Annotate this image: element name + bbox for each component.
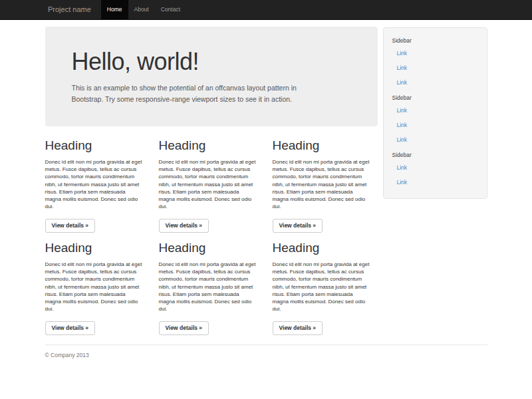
card-heading: Heading [159, 241, 264, 255]
sidebar-link[interactable]: Link [384, 103, 487, 118]
view-details-button[interactable]: View details » [45, 219, 96, 233]
card-body: Donec id elit non mi porta gravida at eg… [159, 261, 264, 313]
card-body: Donec id elit non mi porta gravida at eg… [159, 158, 264, 210]
navbar: Project name Home About Contact [0, 0, 532, 20]
nav-item-about[interactable]: About [128, 0, 155, 19]
page-container: Hello, world! This is an example to show… [45, 20, 487, 358]
view-details-button[interactable]: View details » [273, 321, 323, 335]
sidebar-link[interactable]: Link [384, 175, 487, 190]
jumbotron-description: This is an example to show the potential… [72, 82, 338, 104]
sidebar-link[interactable]: Link [384, 132, 487, 147]
view-details-button[interactable]: View details » [159, 219, 209, 233]
nav-item-home[interactable]: Home [101, 0, 128, 19]
page-title: Hello, world! [72, 47, 351, 76]
card: Heading Donec id elit non mi porta gravi… [45, 138, 150, 233]
cards-row-2: Heading Donec id elit non mi porta gravi… [45, 241, 378, 335]
card-heading: Heading [159, 138, 264, 152]
sidebar-link[interactable]: Link [384, 61, 487, 75]
sidebar-group: Sidebar Link Link [384, 147, 487, 190]
card-body: Donec id elit non mi porta gravida at eg… [273, 158, 378, 210]
card-heading: Heading [273, 241, 378, 255]
card: Heading Donec id elit non mi porta gravi… [159, 241, 264, 335]
card: Heading Donec id elit non mi porta gravi… [45, 241, 150, 335]
content-row: Hello, world! This is an example to show… [45, 20, 487, 335]
sidebar-link[interactable]: Link [384, 160, 487, 175]
card: Heading Donec id elit non mi porta gravi… [273, 241, 378, 335]
card: Heading Donec id elit non mi porta gravi… [273, 138, 378, 233]
cards-row-1: Heading Donec id elit non mi porta gravi… [45, 138, 378, 233]
main-column: Hello, world! This is an example to show… [45, 20, 378, 335]
sidebar-link[interactable]: Link [384, 118, 487, 132]
sidebar-group-heading: Sidebar [384, 147, 487, 160]
sidebar-group-heading: Sidebar [384, 33, 487, 46]
view-details-button[interactable]: View details » [45, 321, 96, 335]
card-body: Donec id elit non mi porta gravida at eg… [45, 158, 150, 210]
navbar-brand[interactable]: Project name [39, 0, 98, 19]
view-details-button[interactable]: View details » [159, 321, 209, 335]
card-heading: Heading [273, 138, 378, 152]
navbar-nav: Home About Contact [101, 0, 186, 19]
copyright-text: © Company 2013 [45, 352, 487, 358]
navbar-container: Project name Home About Contact [39, 0, 493, 19]
jumbotron: Hello, world! This is an example to show… [45, 27, 378, 126]
sidebar-group: Sidebar Link Link Link [384, 90, 487, 147]
view-details-button[interactable]: View details » [273, 219, 323, 233]
sidebar-link[interactable]: Link [384, 46, 487, 61]
sidebar: Sidebar Link Link Link Sidebar Link Link… [383, 27, 487, 199]
footer: © Company 2013 [45, 344, 487, 358]
card-body: Donec id elit non mi porta gravida at eg… [273, 261, 378, 313]
card: Heading Donec id elit non mi porta gravi… [159, 138, 264, 233]
sidebar-group: Sidebar Link Link Link [384, 33, 487, 90]
sidebar-column: Sidebar Link Link Link Sidebar Link Link… [383, 20, 487, 199]
sidebar-group-heading: Sidebar [384, 90, 487, 103]
nav-item-contact[interactable]: Contact [155, 0, 186, 19]
card-body: Donec id elit non mi porta gravida at eg… [45, 261, 150, 313]
sidebar-link[interactable]: Link [384, 75, 487, 90]
card-heading: Heading [45, 241, 150, 255]
card-heading: Heading [45, 138, 150, 152]
